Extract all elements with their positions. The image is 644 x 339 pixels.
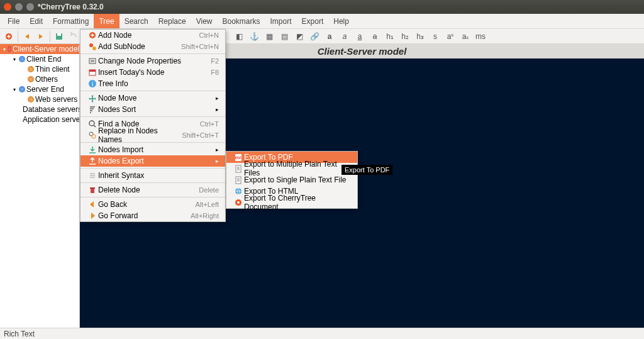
sup-button[interactable]: aˢ xyxy=(444,30,457,43)
submenu-arrow-icon: ▸ xyxy=(216,106,219,113)
menu-import[interactable]: Import xyxy=(265,14,297,28)
window-minimize-button[interactable] xyxy=(15,3,23,11)
svg-rect-8 xyxy=(89,70,96,72)
move-icon xyxy=(87,93,98,103)
code-button[interactable]: ◩ xyxy=(293,30,306,43)
small-button[interactable]: s xyxy=(429,30,441,43)
picker-button[interactable]: ◧ xyxy=(233,30,245,43)
menu-separator xyxy=(80,197,225,197)
underline-button[interactable]: a xyxy=(353,30,366,43)
menu-shortcut: Shift+Ctrl+N xyxy=(181,43,219,50)
menu-item-delete-node[interactable]: Delete NodeDelete xyxy=(80,184,225,196)
h2-button[interactable]: h₂ xyxy=(399,30,411,43)
bold-button[interactable]: a xyxy=(323,30,336,43)
menu-separator xyxy=(80,116,225,117)
menu-formatting[interactable]: Formatting xyxy=(48,14,94,28)
menu-tree[interactable]: Tree xyxy=(94,14,119,28)
menu-item-label: Nodes Import xyxy=(98,145,203,154)
menu-item-insert-today-s-node[interactable]: Insert Today's NodeF8 xyxy=(80,67,225,78)
menu-item-change-node-properties[interactable]: Change Node PropertiesF2 xyxy=(80,55,225,67)
menu-item-nodes-sort[interactable]: Nodes Sort▸ xyxy=(80,104,225,115)
txt-icon xyxy=(233,175,244,185)
menu-item-add-node[interactable]: Add NodeCtrl+N xyxy=(80,30,225,41)
svg-text:PDF: PDF xyxy=(235,156,242,160)
menu-item-label: Nodes Export xyxy=(98,157,203,165)
add-node-icon xyxy=(87,30,98,40)
window-close-button[interactable] xyxy=(4,3,11,11)
menu-item-export-to-single-plain-text-file[interactable]: Export to Single Plain Text File xyxy=(226,174,357,186)
h1-button[interactable]: h₁ xyxy=(384,30,396,43)
menu-search[interactable]: Search xyxy=(119,14,153,28)
menu-item-go-forward[interactable]: Go ForwardAlt+Right xyxy=(80,210,225,221)
menu-item-label: Delete Node xyxy=(98,186,184,194)
menu-item-inherit-syntax[interactable]: Inherit Syntax xyxy=(80,170,225,181)
tree-node[interactable]: Web servers xyxy=(0,94,79,104)
save-button[interactable] xyxy=(53,30,65,43)
find-icon xyxy=(87,119,98,129)
strike-button[interactable]: a xyxy=(369,30,381,43)
menu-separator xyxy=(80,168,225,169)
menu-export[interactable]: Export xyxy=(297,14,329,28)
nodes-export-submenu[interactable]: PDFExport To PDFExport to Multiple Plain… xyxy=(226,151,358,209)
menu-edit[interactable]: Edit xyxy=(25,14,48,28)
menu-item-replace-in-nodes-names[interactable]: Replace in Nodes NamesShift+Ctrl+T xyxy=(80,130,225,141)
sub-button[interactable]: aₛ xyxy=(459,30,472,43)
svg-rect-15 xyxy=(90,187,95,189)
menu-item-label: Replace in Nodes Names xyxy=(98,126,167,144)
svg-rect-2 xyxy=(57,33,61,36)
node-label: Application servers xyxy=(23,115,80,124)
menu-item-export-to-multiple-plain-text-files[interactable]: Export to Multiple Plain Text Files xyxy=(226,163,357,174)
menu-item-label: Insert Today's Node xyxy=(98,68,196,77)
menu-view[interactable]: View xyxy=(191,14,218,28)
menu-item-label: Add SubNode xyxy=(98,42,166,51)
tree-node[interactable]: ▾ Server End xyxy=(0,84,79,94)
menu-item-go-back[interactable]: Go BackAlt+Left xyxy=(80,199,225,210)
nav-back-button[interactable] xyxy=(21,30,33,43)
menu-help[interactable]: Help xyxy=(328,14,354,28)
menu-item-label: Node Move xyxy=(98,94,203,103)
menu-item-tree-info[interactable]: iTree Info xyxy=(80,78,225,89)
menu-bookmarks[interactable]: Bookmarks xyxy=(217,14,265,28)
menu-item-label: Nodes Sort xyxy=(98,105,203,114)
menu-replace[interactable]: Replace xyxy=(153,14,191,28)
node-label: Others xyxy=(35,75,58,84)
window-maximize-button[interactable] xyxy=(26,3,34,11)
tree-node[interactable]: Thin client xyxy=(0,64,79,74)
mono-button[interactable]: ms xyxy=(474,30,487,43)
menu-item-label: Export To CherryTree Document xyxy=(244,194,351,211)
node-icon xyxy=(19,56,25,62)
svg-text:i: i xyxy=(92,81,93,87)
italic-button[interactable]: a xyxy=(338,30,351,43)
menu-item-add-subnode[interactable]: Add SubNodeShift+Ctrl+N xyxy=(80,41,225,52)
menu-item-node-move[interactable]: Node Move▸ xyxy=(80,92,225,104)
tree-node[interactable]: ▾ Client-Server model xyxy=(0,44,79,54)
menu-item-nodes-import[interactable]: Nodes Import▸ xyxy=(80,144,225,155)
tree-menu-dropdown[interactable]: Add NodeCtrl+NAdd SubNodeShift+Ctrl+NCha… xyxy=(80,29,226,222)
expand-icon[interactable]: ▾ xyxy=(3,47,6,52)
menu-separator xyxy=(80,91,225,91)
tree-node[interactable]: Database servers xyxy=(0,104,79,114)
menu-item-label: Export to Single Plain Text File xyxy=(244,175,351,184)
expand-icon[interactable]: ▾ xyxy=(11,87,18,92)
menu-item-nodes-export[interactable]: Nodes Export▸ xyxy=(80,155,225,167)
menu-shortcut: Delete xyxy=(199,186,219,194)
menu-shortcut: Ctrl+N xyxy=(199,31,219,39)
menu-file[interactable]: File xyxy=(3,14,25,28)
link-button[interactable]: 🔗 xyxy=(308,30,321,43)
add-node-button[interactable] xyxy=(3,30,15,43)
svg-point-22 xyxy=(237,201,240,204)
svg-point-13 xyxy=(92,135,96,138)
tree-node[interactable]: Application servers xyxy=(0,114,79,125)
nav-forward-button[interactable] xyxy=(35,30,47,43)
expand-icon[interactable]: ▾ xyxy=(11,57,18,62)
titlebar: *CherryTree 0.32.0 xyxy=(0,0,644,14)
tree-node[interactable]: ▾ Client End xyxy=(0,54,79,64)
tree-node[interactable]: Others xyxy=(0,74,79,84)
undo-button[interactable] xyxy=(67,30,79,43)
table-button[interactable]: ▤ xyxy=(278,30,291,43)
tree-sidebar[interactable]: ▾ Client-Server model▾ Client End Thin c… xyxy=(0,44,80,328)
h3-button[interactable]: h₃ xyxy=(414,30,426,43)
anchor-button[interactable]: ⚓ xyxy=(248,30,260,43)
image-ins-button[interactable]: ▦ xyxy=(263,30,275,43)
menu-item-export-to-cherrytree-document[interactable]: Export To CherryTree Document xyxy=(226,197,357,208)
